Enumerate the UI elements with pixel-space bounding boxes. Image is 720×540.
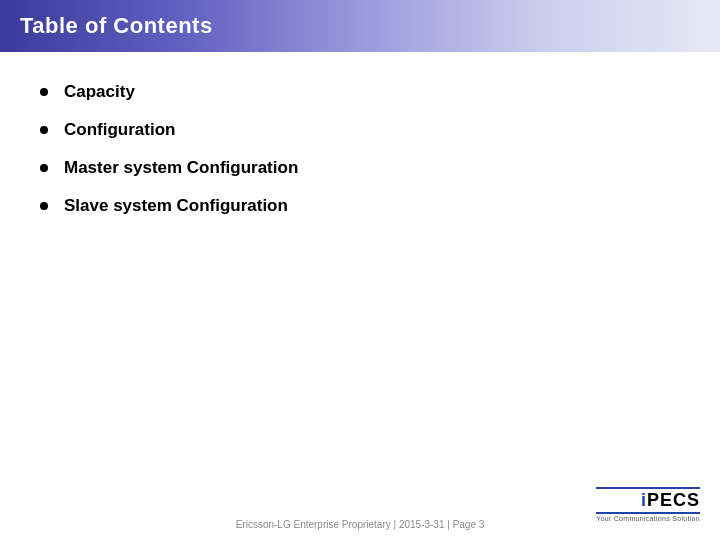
footer-text: Ericsson-LG Enterprise Proprietary | 201… xyxy=(236,519,485,530)
brand-tagline: Your Communications Solution xyxy=(596,515,700,522)
bullet-dot xyxy=(40,164,48,172)
footer-logo: iPECS Your Communications Solution xyxy=(596,486,700,522)
bullet-dot xyxy=(40,126,48,134)
bullet-dot xyxy=(40,202,48,210)
list-item: Configuration xyxy=(40,120,680,140)
brand-name: iPECS xyxy=(641,490,700,511)
slide-footer: Ericsson-LG Enterprise Proprietary | 201… xyxy=(0,519,720,530)
list-item: Master system Configuration xyxy=(40,158,680,178)
slide-title: Table of Contents xyxy=(20,13,213,39)
logo-line xyxy=(596,487,700,489)
list-item-label: Slave system Configuration xyxy=(64,196,288,216)
content-area: CapacityConfigurationMaster system Confi… xyxy=(0,62,720,254)
bullet-dot xyxy=(40,88,48,96)
list-item-label: Master system Configuration xyxy=(64,158,298,178)
list-item-label: Configuration xyxy=(64,120,175,140)
list-item: Capacity xyxy=(40,82,680,102)
list-item-label: Capacity xyxy=(64,82,135,102)
logo-line-2 xyxy=(596,512,700,514)
toc-list: CapacityConfigurationMaster system Confi… xyxy=(40,82,680,216)
slide-header: Table of Contents xyxy=(0,0,720,52)
list-item: Slave system Configuration xyxy=(40,196,680,216)
